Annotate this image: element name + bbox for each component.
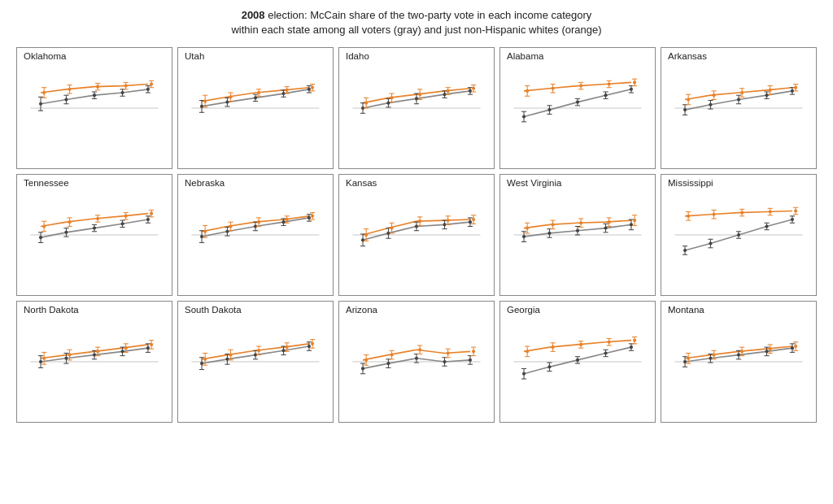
- chart-arkansas: Arkansas: [661, 47, 817, 169]
- svg-point-569: [630, 345, 633, 349]
- svg-point-553: [576, 358, 579, 362]
- chart-title: 2008 election: McCain share of the two-p…: [16, 8, 817, 37]
- svg-point-196: [769, 89, 772, 92]
- svg-point-233: [120, 223, 124, 226]
- svg-point-434: [96, 350, 99, 354]
- svg-point-606: [769, 347, 772, 350]
- svg-point-582: [687, 357, 690, 360]
- chart-utah: Utah: [177, 47, 334, 169]
- svg-point-311: [418, 219, 421, 223]
- svg-point-106: [418, 93, 421, 96]
- chart-georgia: Georgia: [499, 301, 656, 423]
- svg-point-496: [361, 367, 364, 371]
- svg-point-491: [311, 342, 314, 345]
- svg-point-401: [769, 211, 772, 214]
- svg-point-131: [526, 89, 529, 93]
- svg-point-159: [630, 88, 633, 91]
- svg-point-422: [64, 357, 68, 360]
- svg-point-127: [522, 115, 526, 119]
- svg-point-459: [203, 358, 207, 361]
- chart-label: West Virginia: [507, 178, 561, 188]
- svg-point-168: [683, 108, 687, 111]
- svg-point-614: [794, 345, 797, 348]
- chart-north-dakota: North Dakota: [16, 301, 172, 423]
- svg-point-81: [311, 86, 314, 89]
- svg-point-282: [307, 216, 311, 219]
- svg-point-344: [552, 224, 555, 227]
- chart-label: Alabama: [507, 51, 543, 61]
- svg-point-545: [547, 366, 551, 369]
- svg-point-549: [552, 345, 555, 349]
- svg-point-180: [713, 93, 716, 97]
- svg-point-65: [257, 91, 260, 94]
- chart-grid: OklahomaUtahIdahoAlabamaArkansasTennesse…: [16, 47, 817, 423]
- svg-point-348: [576, 229, 579, 232]
- svg-point-20: [93, 93, 96, 97]
- svg-point-225: [93, 227, 96, 230]
- chart-oklahoma: Oklahoma: [16, 47, 172, 169]
- svg-point-229: [96, 217, 99, 220]
- chart-label: Mississippi: [668, 178, 713, 188]
- svg-point-147: [579, 85, 582, 88]
- svg-point-532: [472, 350, 475, 354]
- svg-point-4: [39, 102, 42, 106]
- svg-point-332: [522, 235, 526, 238]
- svg-point-40: [150, 83, 153, 86]
- svg-point-340: [547, 232, 551, 235]
- svg-point-409: [794, 210, 797, 213]
- svg-point-475: [257, 350, 260, 353]
- svg-point-217: [64, 231, 68, 234]
- svg-point-319: [447, 219, 450, 222]
- svg-point-28: [120, 91, 124, 94]
- svg-point-270: [257, 220, 260, 224]
- svg-point-163: [633, 81, 636, 85]
- svg-point-36: [146, 88, 150, 91]
- svg-point-24: [96, 85, 99, 89]
- svg-point-278: [286, 218, 289, 221]
- svg-point-504: [386, 362, 390, 365]
- svg-point-356: [604, 227, 607, 230]
- svg-point-418: [42, 357, 46, 360]
- svg-point-213: [42, 225, 46, 228]
- main-container: 2008 election: McCain share of the two-p…: [0, 0, 833, 431]
- svg-point-528: [469, 358, 472, 362]
- svg-point-426: [68, 354, 72, 357]
- svg-point-520: [443, 360, 446, 363]
- svg-point-368: [633, 219, 636, 222]
- svg-point-8: [42, 91, 46, 94]
- svg-point-254: [203, 230, 207, 233]
- svg-point-73: [286, 89, 289, 92]
- svg-point-90: [364, 102, 368, 105]
- svg-point-602: [765, 350, 768, 354]
- chart-mississippi: Mississippi: [661, 174, 817, 296]
- svg-point-516: [418, 349, 421, 352]
- chart-west-virginia: West Virginia: [499, 174, 656, 296]
- svg-point-508: [390, 354, 394, 357]
- svg-point-467: [229, 354, 233, 357]
- svg-point-184: [737, 98, 740, 102]
- chart-south-dakota: South Dakota: [177, 301, 334, 423]
- svg-point-381: [709, 242, 712, 245]
- svg-point-487: [307, 345, 311, 348]
- svg-point-77: [307, 88, 311, 91]
- svg-point-360: [608, 220, 611, 224]
- chart-nebraska: Nebraska: [177, 174, 334, 296]
- svg-point-204: [794, 86, 797, 89]
- svg-point-405: [791, 218, 794, 221]
- svg-point-188: [740, 91, 744, 94]
- chart-label: Georgia: [507, 305, 540, 315]
- chart-label: North Dakota: [24, 305, 79, 315]
- svg-point-573: [633, 339, 636, 342]
- svg-point-245: [150, 212, 153, 215]
- svg-point-176: [709, 103, 712, 106]
- chart-label: Arizona: [346, 305, 377, 315]
- svg-point-598: [740, 350, 744, 354]
- chart-label: Oklahoma: [24, 51, 66, 61]
- svg-point-524: [447, 352, 450, 355]
- svg-point-221: [68, 220, 72, 224]
- svg-point-377: [687, 215, 690, 218]
- svg-point-373: [683, 249, 687, 252]
- svg-point-450: [150, 343, 153, 346]
- svg-point-286: [311, 215, 314, 218]
- chart-kansas: Kansas: [338, 174, 495, 296]
